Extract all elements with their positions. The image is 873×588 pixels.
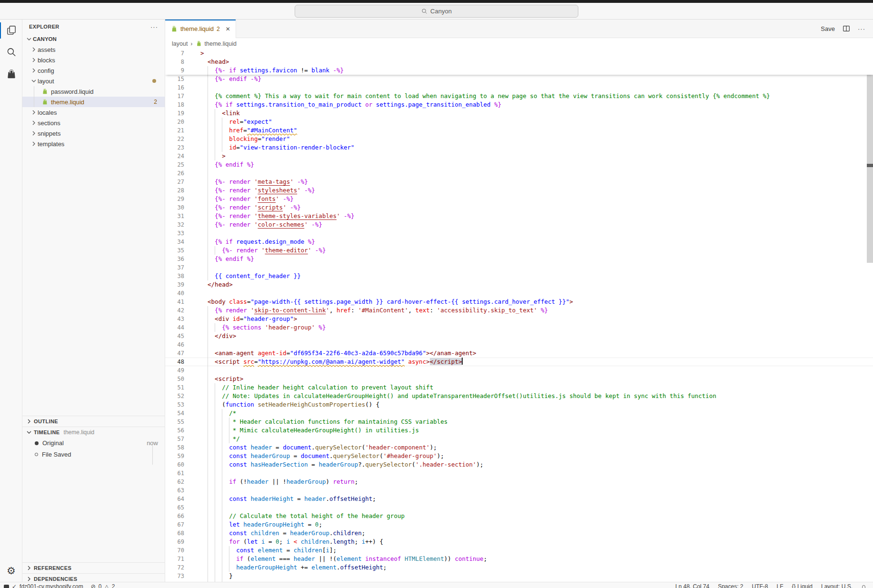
code-line-35[interactable]: 35 {%- render 'theme-editor' -%} bbox=[165, 246, 873, 255]
warnings-icon[interactable]: △ bbox=[104, 583, 109, 588]
timeline-section-header[interactable]: TIMELINE theme.liquid bbox=[22, 427, 165, 438]
code-line-62[interactable]: 62 if (!header || !headerGroup) return; bbox=[165, 478, 873, 486]
timeline-item-1[interactable]: File Saved bbox=[22, 449, 165, 460]
tree-item-assets[interactable]: assets bbox=[22, 44, 165, 55]
code-line-66[interactable]: 66 // Calculate the total height of the … bbox=[165, 512, 873, 520]
explorer-activity-button[interactable] bbox=[0, 20, 22, 41]
notifications-bell-icon[interactable] bbox=[861, 583, 866, 588]
code-line-71[interactable]: 71 if (element === header || !(element i… bbox=[165, 555, 873, 563]
code-line-64[interactable]: 64 const headerHeight = header.offsetHei… bbox=[165, 495, 873, 503]
code-line-46[interactable]: 46 bbox=[165, 340, 873, 349]
store-domain[interactable]: fdz001-cv.myshopify.com bbox=[20, 583, 83, 588]
tab-theme-liquid[interactable]: theme.liquid 2 ✕ bbox=[165, 20, 236, 38]
code-line-37[interactable]: 37 bbox=[165, 263, 873, 272]
code-line-31[interactable]: 31 {%- render 'theme-styles-variables' -… bbox=[165, 212, 873, 220]
save-button[interactable]: Save bbox=[821, 25, 835, 32]
more-actions-icon[interactable]: ··· bbox=[858, 25, 865, 32]
settings-gear-icon[interactable]: ⚙ bbox=[0, 565, 22, 577]
code-editor[interactable]: 7>8 <head>9 {%- if settings.favicon != b… bbox=[165, 49, 873, 583]
code-line-53[interactable]: 53 (function setHeaderHeighCustomPropert… bbox=[165, 400, 873, 409]
code-line-30[interactable]: 30 {%- render 'scripts' -%} bbox=[165, 203, 873, 212]
tree-item-sections[interactable]: sections bbox=[22, 118, 165, 128]
code-line-65[interactable]: 65 bbox=[165, 503, 873, 512]
code-line-54[interactable]: 54 /* bbox=[165, 409, 873, 418]
code-line-57[interactable]: 57 */ bbox=[165, 435, 873, 443]
code-line-24[interactable]: 24 > bbox=[165, 152, 873, 160]
code-line-67[interactable]: 67 let headerGroupHeight = 0; bbox=[165, 520, 873, 529]
code-line-60[interactable]: 60 const hasHeaderSection = headerGroup?… bbox=[165, 460, 873, 469]
code-line-23[interactable]: 23 id="view-transition-render-blocker" bbox=[165, 143, 873, 152]
tree-item-templates[interactable]: templates bbox=[22, 139, 165, 149]
search-activity-button[interactable] bbox=[0, 41, 22, 63]
code-line-34[interactable]: 34 {% if request.design_mode %} bbox=[165, 238, 873, 246]
code-line-50[interactable]: 50 <script> bbox=[165, 375, 873, 383]
code-line-70[interactable]: 70 const element = children[i]; bbox=[165, 546, 873, 555]
errors-count[interactable]: 0 bbox=[99, 583, 102, 588]
code-line-21[interactable]: 21 href="#MainContent" bbox=[165, 126, 873, 135]
errors-icon[interactable]: ⊘ bbox=[91, 583, 96, 588]
tree-item-locales[interactable]: locales bbox=[22, 107, 165, 118]
code-line-15[interactable]: 15 {%- endif -%} bbox=[165, 75, 873, 83]
tree-item-theme-liquid[interactable]: theme.liquid2 bbox=[22, 97, 165, 107]
code-line-9[interactable]: 9 {%- if settings.favicon != blank -%} bbox=[165, 66, 873, 75]
tree-item-layout[interactable]: layout bbox=[22, 76, 165, 86]
code-line-52[interactable]: 52 // Note: Updates in calculateHeaderGr… bbox=[165, 392, 873, 400]
code-line-36[interactable]: 36 {% endif %} bbox=[165, 255, 873, 263]
code-line-49[interactable]: 49 bbox=[165, 366, 873, 375]
shopify-activity-button[interactable] bbox=[0, 63, 22, 85]
code-line-48[interactable]: 48 <script src="https://unpkg.com/@anam-… bbox=[165, 358, 873, 366]
outline-section-header[interactable]: OUTLINE bbox=[22, 416, 165, 427]
code-line-28[interactable]: 28 {%- render 'stylesheets' -%} bbox=[165, 186, 873, 195]
code-line-20[interactable]: 20 rel="expect" bbox=[165, 118, 873, 126]
status-item-1[interactable]: Spaces: 2 bbox=[718, 583, 743, 588]
split-editor-icon[interactable] bbox=[843, 25, 850, 32]
status-item-2[interactable]: UTF-8 bbox=[752, 583, 768, 588]
code-line-69[interactable]: 69 for (let i = 0; i < children.length; … bbox=[165, 538, 873, 546]
code-line-63[interactable]: 63 bbox=[165, 486, 873, 495]
code-line-55[interactable]: 55 * Header calculation functions for ma… bbox=[165, 418, 873, 426]
breadcrumb-folder[interactable]: layout bbox=[172, 40, 188, 47]
tree-item-config[interactable]: config bbox=[22, 65, 165, 76]
timeline-item-0[interactable]: Originalnow bbox=[22, 438, 165, 448]
code-line-26[interactable]: 26 bbox=[165, 169, 873, 178]
code-line-59[interactable]: 59 const headerGroup = document.querySel… bbox=[165, 452, 873, 460]
code-line-8[interactable]: 8 <head> bbox=[165, 58, 873, 66]
command-center-search[interactable]: Canyon bbox=[295, 5, 578, 18]
code-line-33[interactable]: 33 bbox=[165, 229, 873, 238]
code-line-51[interactable]: 51 // Inline header height calculation t… bbox=[165, 383, 873, 392]
code-line-56[interactable]: 56 * Mimic calculateHeaderGroupHeight() … bbox=[165, 426, 873, 435]
warnings-count[interactable]: 2 bbox=[112, 583, 115, 588]
code-line-18[interactable]: 18 {% if settings.transition_to_main_pro… bbox=[165, 100, 873, 109]
tab-close-icon[interactable]: ✕ bbox=[226, 26, 230, 32]
code-line-58[interactable]: 58 const header = document.querySelector… bbox=[165, 443, 873, 452]
remote-indicator-icon[interactable] bbox=[4, 585, 9, 588]
code-line-42[interactable]: 42 {% render 'skip-to-content-link', hre… bbox=[165, 306, 873, 315]
code-line-45[interactable]: 45 </div> bbox=[165, 332, 873, 340]
code-line-7[interactable]: 7> bbox=[165, 49, 873, 58]
status-item-0[interactable]: Ln 48, Col 74 bbox=[675, 583, 709, 588]
breadcrumb-file[interactable]: theme.liquid bbox=[205, 40, 237, 47]
code-line-68[interactable]: 68 const children = headerGroup.children… bbox=[165, 529, 873, 538]
tree-root-canyon[interactable]: CANYON bbox=[22, 34, 165, 44]
code-line-38[interactable]: 38 {{ content_for_header }} bbox=[165, 272, 873, 280]
code-line-41[interactable]: 41 <body class="page-width-{{ settings.p… bbox=[165, 298, 873, 306]
code-line-19[interactable]: 19 <link bbox=[165, 109, 873, 118]
code-line-73[interactable]: 73 } bbox=[165, 572, 873, 580]
code-line-72[interactable]: 72 headerGroupHeight += element.offsetHe… bbox=[165, 563, 873, 572]
code-line-44[interactable]: 44 {% sections 'header-group' %} bbox=[165, 323, 873, 332]
code-line-22[interactable]: 22 blocking="render" bbox=[165, 135, 873, 143]
code-line-39[interactable]: 39 </head> bbox=[165, 280, 873, 289]
tree-item-blocks[interactable]: blocks bbox=[22, 55, 165, 65]
status-item-3[interactable]: LF bbox=[777, 583, 784, 588]
references-section-header[interactable]: REFERENCES bbox=[22, 562, 165, 573]
code-line-27[interactable]: 27 {%- render 'meta-tags' -%} bbox=[165, 178, 873, 186]
status-item-4[interactable]: {} Liquid bbox=[792, 583, 813, 588]
tree-item-password-liquid[interactable]: password.liquid bbox=[22, 86, 165, 97]
code-line-32[interactable]: 32 {%- render 'color-schemes' -%} bbox=[165, 220, 873, 229]
code-line-16[interactable]: 16 bbox=[165, 83, 873, 92]
code-line-25[interactable]: 25 {% endif %} bbox=[165, 160, 873, 169]
more-actions-icon[interactable]: ··· bbox=[150, 23, 158, 30]
code-line-43[interactable]: 43 <div id="header-group"> bbox=[165, 315, 873, 323]
code-line-40[interactable]: 40 bbox=[165, 289, 873, 298]
tree-item-snippets[interactable]: snippets bbox=[22, 128, 165, 139]
